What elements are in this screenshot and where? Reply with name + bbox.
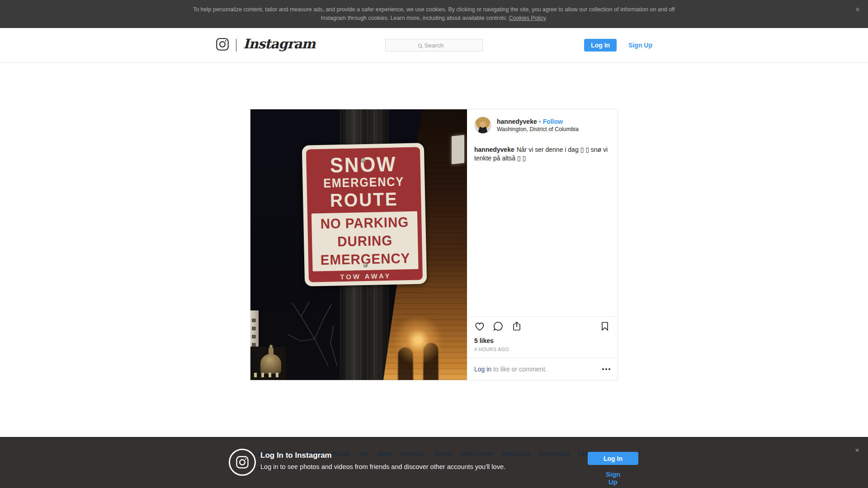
lit-windows-row — [254, 373, 283, 377]
likes-count[interactable]: 5 likes — [467, 336, 618, 344]
cookies-policy-link[interactable]: Cookies Policy — [509, 15, 546, 21]
login-banner-overlay: ABOUT USSUPPORTPRESSAPIJOBSPRIVACYTERMSD… — [0, 437, 868, 488]
sign-line-route: ROUTE — [310, 189, 418, 211]
brand-divider — [236, 39, 236, 52]
banner-close-icon[interactable]: × — [855, 446, 859, 455]
sign-tow-away: TOW AWAY — [309, 271, 423, 281]
post-timestamp: 4 HOURS AGO — [467, 344, 618, 358]
instagram-camera-icon — [216, 38, 229, 53]
cookie-banner: To help personalize content, tailor and … — [0, 0, 868, 28]
comment-login-row: Log in to like or comment. — [467, 358, 618, 380]
post-photo[interactable]: SNOW EMERGENCY ROUTE NO PARKING DURING E… — [250, 109, 467, 380]
search-container — [385, 39, 483, 52]
share-icon[interactable] — [511, 321, 522, 333]
cookie-banner-text: To help personalize content, tailor and … — [193, 5, 675, 23]
street-lamp-glow — [391, 313, 445, 367]
more-options-icon[interactable] — [602, 368, 610, 370]
post-caption: hannedyvekeNår vi ser denne i dag ▯ ▯ sn… — [467, 134, 618, 163]
like-icon[interactable] — [474, 321, 485, 333]
nav-signup-link[interactable]: Sign Up — [628, 42, 652, 49]
post-header: hannedyveke•Follow Washington, District … — [467, 109, 618, 134]
comment-icon[interactable] — [493, 321, 504, 333]
username-link[interactable]: hannedyveke — [497, 118, 537, 125]
action-bar — [467, 317, 618, 336]
post-card: SNOW EMERGENCY ROUTE NO PARKING DURING E… — [250, 109, 618, 380]
cookie-line-2: Instagram through cookies. Learn more, i… — [193, 14, 675, 23]
location-link[interactable]: Washington, District of Columbia — [497, 126, 579, 133]
user-avatar[interactable] — [474, 117, 491, 134]
snow-emergency-sign: SNOW EMERGENCY ROUTE NO PARKING DURING E… — [302, 143, 427, 286]
nav-auth-area: Log In Sign Up — [584, 39, 652, 52]
sign-white-panel: NO PARKING DURING EMERGENCY — [311, 211, 419, 272]
follow-button[interactable]: Follow — [543, 118, 563, 125]
caption-username[interactable]: hannedyveke — [474, 146, 514, 153]
top-navbar: Instagram Log In Sign Up — [0, 28, 868, 63]
footer-link[interactable]: PRESS — [331, 451, 350, 457]
sign-line-snow: SNOW — [309, 153, 417, 177]
cookie-line-1: To help personalize content, tailor and … — [193, 5, 675, 14]
instagram-circle-logo-icon — [229, 449, 256, 476]
footer-links: ABOUT USSUPPORTPRESSAPIJOBSPRIVACYTERMSD… — [0, 451, 868, 457]
footer-link[interactable]: TERMS — [433, 451, 453, 457]
post-side-panel: hannedyveke•Follow Washington, District … — [467, 109, 618, 380]
sign-line-emergency: EMERGENCY — [312, 174, 415, 191]
search-input[interactable] — [385, 39, 483, 52]
dot-separator: • — [539, 118, 541, 125]
comment-login-suffix: to like or comment. — [493, 366, 547, 373]
nav-login-button[interactable]: Log In — [584, 39, 617, 52]
login-banner-title: Log In to Instagram — [260, 451, 332, 460]
instagram-home-link[interactable]: Instagram — [216, 36, 315, 54]
dome — [260, 354, 281, 374]
banner-signup-link[interactable]: Sign Up — [601, 470, 625, 486]
comment-login-link[interactable]: Log in — [474, 366, 491, 373]
banner-login-button[interactable]: Log In — [588, 452, 638, 465]
instagram-logged-out-post-page: To help personalize content, tailor and … — [0, 0, 868, 488]
footer-link[interactable]: API — [359, 451, 368, 457]
dome-cupola — [269, 347, 274, 355]
footer-link[interactable]: PRIVACY — [400, 451, 425, 457]
instagram-wordmark: Instagram — [243, 36, 315, 54]
footer-link[interactable]: DIRECTORY — [461, 451, 494, 457]
login-banner-subtitle: Log in to see photos and videos from fri… — [260, 463, 505, 470]
footer-link[interactable]: JOBS — [377, 451, 392, 457]
cookie-close-icon[interactable]: × — [855, 5, 860, 14]
footer-link[interactable]: HASHTAGS — [539, 451, 570, 457]
save-icon[interactable] — [599, 321, 610, 333]
lit-window — [452, 135, 464, 164]
footer-link[interactable]: PROFILES — [502, 451, 530, 457]
